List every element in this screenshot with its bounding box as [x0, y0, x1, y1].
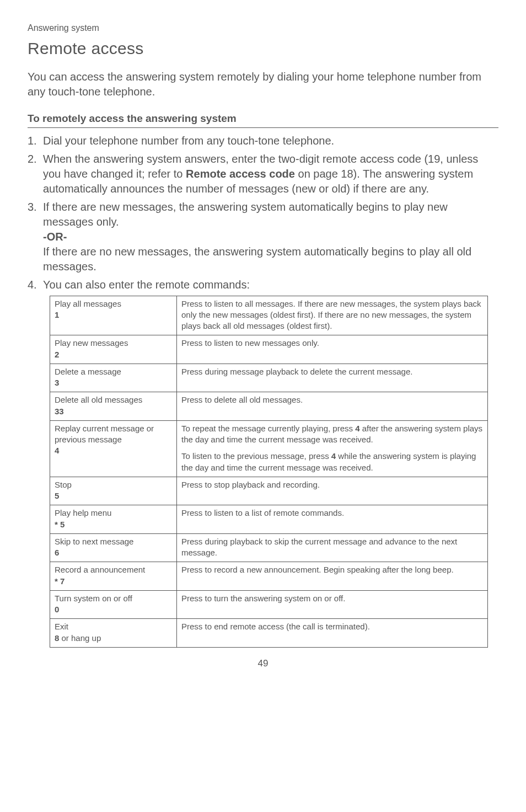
description-cell: Press to listen to all messages. If ther…: [177, 296, 488, 335]
step-text: When the answering system answers, enter…: [43, 152, 498, 196]
table-row: Play help menu * 5 Press to listen to a …: [50, 505, 488, 534]
command-key: * 5: [55, 519, 172, 530]
command-cell: Delete all old messages 33: [50, 392, 177, 421]
page-title: Remote access: [28, 38, 498, 60]
table-row: Record a announcement * 7 Press to recor…: [50, 562, 488, 591]
table-row: Play all messages 1 Press to listen to a…: [50, 296, 488, 335]
command-name: Play help menu: [55, 507, 172, 519]
command-cell: Play new messages 2: [50, 335, 177, 364]
text-fragment: If there are new messages, the answering…: [43, 201, 448, 228]
command-name: Skip to next message: [55, 536, 172, 547]
description-cell: To repeat the message currently playing,…: [177, 420, 488, 477]
command-cell: Replay current message or previous messa…: [50, 420, 177, 477]
step-4: 4. You can also enter the remote command…: [28, 277, 498, 292]
section-header: Answering system: [28, 22, 498, 34]
bold-text: Remote access code: [186, 168, 295, 180]
description-cell: Press to stop playback and recording.: [177, 477, 488, 505]
command-key: 6: [55, 547, 172, 558]
command-name: Delete all old messages: [55, 394, 172, 405]
command-cell: Record a announcement * 7: [50, 562, 177, 591]
description-cell: Press during playback to skip the curren…: [177, 533, 488, 562]
command-name: Replay current message or previous messa…: [55, 423, 172, 446]
bold-text: 4: [331, 451, 336, 461]
table-row: Play new messages 2 Press to listen to n…: [50, 335, 488, 364]
command-name: Turn system on or off: [55, 593, 172, 604]
description-block: To repeat the message currently playing,…: [181, 423, 483, 446]
step-3: 3. If there are new messages, the answer…: [28, 200, 498, 274]
table-row: Delete all old messages 33 Press to dele…: [50, 392, 488, 421]
description-cell: Press to record a new announcement. Begi…: [177, 562, 488, 591]
text-fragment: To repeat the message currently playing,…: [181, 424, 355, 433]
page-number: 49: [28, 658, 498, 670]
command-key: 33: [55, 406, 172, 417]
command-key-line: 8 or hang up: [55, 633, 101, 643]
step-number: 1.: [28, 133, 43, 148]
table-row: Stop 5 Press to stop playback and record…: [50, 477, 488, 505]
subheading: To remotely access the answering system: [28, 111, 498, 128]
description-cell: Press during message playback to delete …: [177, 364, 488, 392]
command-name: Stop: [55, 479, 172, 490]
table-row: Replay current message or previous messa…: [50, 420, 488, 477]
command-cell: Play help menu * 5: [50, 505, 177, 534]
table-row: Skip to next message 6 Press during play…: [50, 533, 488, 562]
command-cell: Delete a message 3: [50, 364, 177, 392]
command-key: 4: [55, 445, 172, 456]
command-name: Exit: [55, 621, 172, 632]
command-cell: Turn system on or off 0: [50, 590, 177, 619]
command-cell: Skip to next message 6: [50, 533, 177, 562]
step-number: 2.: [28, 152, 43, 196]
text-fragment: To listen to the previous message, press: [181, 451, 331, 461]
command-key: 2: [55, 349, 172, 360]
command-key: 0: [55, 604, 172, 615]
command-cell: Play all messages 1: [50, 296, 177, 335]
command-key: * 7: [55, 576, 172, 587]
commands-table: Play all messages 1 Press to listen to a…: [50, 296, 488, 648]
intro-paragraph: You can access the answering system remo…: [28, 70, 498, 99]
description-block: To listen to the previous message, press…: [181, 451, 483, 473]
table-row: Exit 8 or hang up Press to end remote ac…: [50, 619, 488, 648]
text-fragment: If there are no new messages, the answer…: [43, 245, 471, 273]
command-key: 1: [55, 309, 172, 320]
command-name: Play new messages: [55, 338, 172, 349]
step-text: If there are new messages, the answering…: [43, 200, 498, 274]
description-cell: Press to listen to new messages only.: [177, 335, 488, 364]
step-text: Dial your telephone number from any touc…: [43, 133, 498, 148]
command-key: 3: [55, 377, 172, 388]
step-1: 1. Dial your telephone number from any t…: [28, 133, 498, 148]
text-fragment: or hang up: [59, 633, 101, 643]
command-cell: Stop 5: [50, 477, 177, 505]
bold-text: 4: [355, 424, 359, 433]
command-name: Record a announcement: [55, 564, 172, 575]
table-row: Delete a message 3 Press during message …: [50, 364, 488, 392]
or-separator: -OR-: [43, 231, 67, 243]
description-cell: Press to turn the answering system on or…: [177, 590, 488, 619]
command-name: Delete a message: [55, 366, 172, 377]
command-name: Play all messages: [55, 298, 172, 309]
description-cell: Press to delete all old messages.: [177, 392, 488, 421]
table-row: Turn system on or off 0 Press to turn th…: [50, 590, 488, 619]
command-cell: Exit 8 or hang up: [50, 619, 177, 648]
step-number: 4.: [28, 277, 43, 292]
step-2: 2. When the answering system answers, en…: [28, 152, 498, 196]
step-text: You can also enter the remote commands:: [43, 277, 498, 292]
step-number: 3.: [28, 200, 43, 274]
steps-list: 1. Dial your telephone number from any t…: [28, 133, 498, 292]
description-cell: Press to listen to a list of remote comm…: [177, 505, 488, 534]
command-key: 5: [55, 490, 172, 501]
description-cell: Press to end remote access (the call is …: [177, 619, 488, 648]
